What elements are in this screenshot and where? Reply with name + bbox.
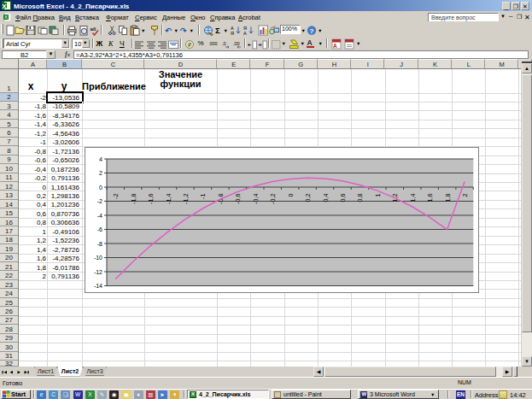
svg-text:-1,8: -1,8 xyxy=(130,194,137,204)
svg-text:аб: аб xyxy=(91,26,96,31)
svg-text:-0,4: -0,4 xyxy=(252,194,260,204)
svg-text:,0: ,0 xyxy=(222,41,226,46)
svg-text:-8: -8 xyxy=(97,241,102,247)
svg-text:-0,6: -0,6 xyxy=(234,194,242,204)
svg-text:A: A xyxy=(333,43,337,49)
svg-text:1: 1 xyxy=(374,194,382,197)
svg-text:-1,2: -1,2 xyxy=(182,194,190,204)
svg-text:-1: -1 xyxy=(199,194,207,199)
svg-text:1,6: 1,6 xyxy=(426,194,434,202)
svg-text:X: X xyxy=(2,3,7,10)
svg-text:4: 4 xyxy=(99,156,102,162)
svg-text:-14: -14 xyxy=(94,283,102,289)
svg-text:-12: -12 xyxy=(94,269,102,275)
svg-text:-2: -2 xyxy=(112,194,120,199)
svg-text:-10: -10 xyxy=(94,255,102,261)
svg-text:2: 2 xyxy=(461,194,469,197)
svg-text:Я: Я xyxy=(231,31,234,36)
svg-text:₽: ₽ xyxy=(187,41,190,47)
svg-text:0: 0 xyxy=(99,185,102,191)
svg-text:0,8: 0,8 xyxy=(356,194,364,202)
svg-text:-1,4: -1,4 xyxy=(165,194,172,204)
svg-text:-0,2: -0,2 xyxy=(269,194,277,204)
svg-text:X: X xyxy=(4,15,8,20)
svg-text:?: ? xyxy=(310,26,314,34)
svg-text:-4: -4 xyxy=(97,213,102,219)
svg-text:1,4: 1,4 xyxy=(409,194,417,202)
svg-text:-2: -2 xyxy=(97,198,102,204)
svg-text:0: 0 xyxy=(287,194,295,197)
svg-text:0,4: 0,4 xyxy=(322,194,330,202)
svg-text:0,6: 0,6 xyxy=(339,194,347,202)
svg-text:0,2: 0,2 xyxy=(304,194,312,202)
svg-text:2: 2 xyxy=(99,170,102,176)
svg-text:-6: -6 xyxy=(97,226,102,232)
svg-text:1,8: 1,8 xyxy=(444,194,452,202)
svg-text:А: А xyxy=(243,31,247,36)
svg-text:-1,6: -1,6 xyxy=(147,194,155,204)
svg-text:,00: ,00 xyxy=(233,41,240,46)
